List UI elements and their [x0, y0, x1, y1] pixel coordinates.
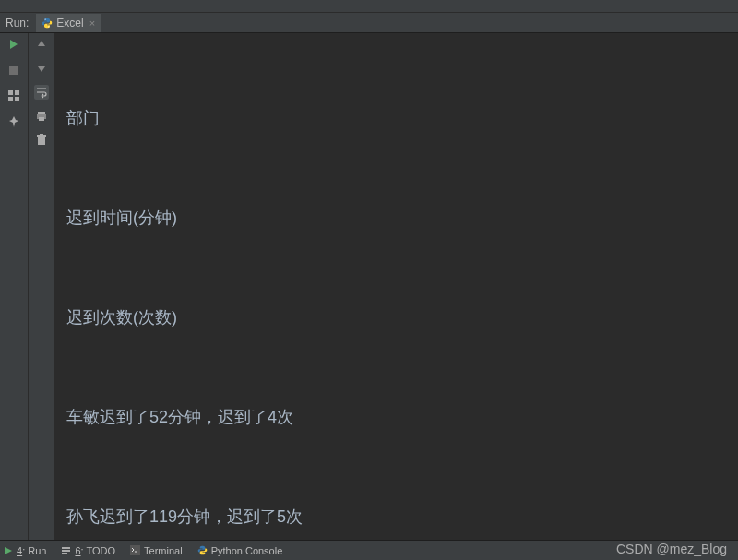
svg-rect-14: [62, 550, 70, 552]
layout-icon[interactable]: [6, 89, 21, 103]
svg-rect-6: [15, 97, 19, 101]
down-icon[interactable]: [34, 61, 49, 76]
output-line: 车敏迟到了52分钟，迟到了4次: [66, 400, 738, 434]
main-area: 部门 迟到时间(分钟) 迟到次数(次数) 车敏迟到了52分钟，迟到了4次 孙飞迟…: [0, 33, 738, 540]
run-label: Run:: [6, 17, 29, 30]
soft-wrap-icon[interactable]: [34, 85, 49, 100]
run-label-text: Run: [28, 545, 46, 556]
rerun-icon[interactable]: [6, 37, 21, 52]
run-tab-excel[interactable]: Excel ×: [36, 14, 101, 32]
console-output[interactable]: 部门 迟到时间(分钟) 迟到次数(次数) 车敏迟到了52分钟，迟到了4次 孙飞迟…: [54, 33, 738, 540]
svg-point-0: [45, 18, 46, 19]
stop-icon[interactable]: [6, 63, 21, 77]
todo-shortcut-key: 6: [75, 545, 80, 556]
window-titlebar: [0, 0, 738, 13]
python-icon: [42, 18, 53, 29]
up-icon[interactable]: [34, 37, 49, 52]
svg-rect-16: [130, 545, 140, 555]
pin-icon[interactable]: [6, 114, 21, 129]
left-gutter: [0, 33, 28, 540]
output-line: 孙飞迟到了119分钟，迟到了5次: [66, 500, 738, 533]
bottom-todo-button[interactable]: 6: TODO: [61, 545, 115, 556]
run-toolbar: [28, 33, 54, 540]
svg-rect-12: [40, 134, 43, 135]
svg-point-1: [49, 26, 50, 27]
python-console-label: Python Console: [211, 545, 283, 556]
svg-rect-9: [39, 117, 44, 121]
watermark: CSDN @mez_Blog: [616, 542, 727, 556]
bottom-run-button[interactable]: 4: Run: [4, 545, 46, 556]
output-line: 迟到次数(次数): [66, 301, 738, 334]
svg-rect-3: [8, 90, 13, 95]
trash-icon[interactable]: [34, 133, 49, 148]
svg-rect-5: [8, 97, 13, 101]
bottom-python-console-button[interactable]: Python Console: [197, 545, 283, 556]
run-tool-header: Run: Excel ×: [0, 13, 738, 33]
bottom-terminal-button[interactable]: Terminal: [130, 545, 183, 556]
tab-label: Excel: [56, 17, 83, 30]
svg-rect-7: [38, 112, 45, 114]
svg-rect-11: [37, 135, 46, 137]
svg-rect-13: [62, 547, 70, 549]
output-line: 部门: [66, 101, 738, 135]
svg-rect-2: [9, 66, 18, 75]
terminal-label: Terminal: [144, 545, 183, 556]
run-shortcut-key: 4: [17, 545, 22, 556]
output-line: 迟到时间(分钟): [66, 201, 738, 234]
todo-label-text: TODO: [86, 545, 115, 556]
print-icon[interactable]: [34, 109, 49, 124]
close-icon[interactable]: ×: [89, 18, 95, 29]
svg-rect-10: [38, 137, 45, 145]
svg-rect-15: [62, 553, 67, 554]
svg-rect-4: [15, 90, 19, 95]
